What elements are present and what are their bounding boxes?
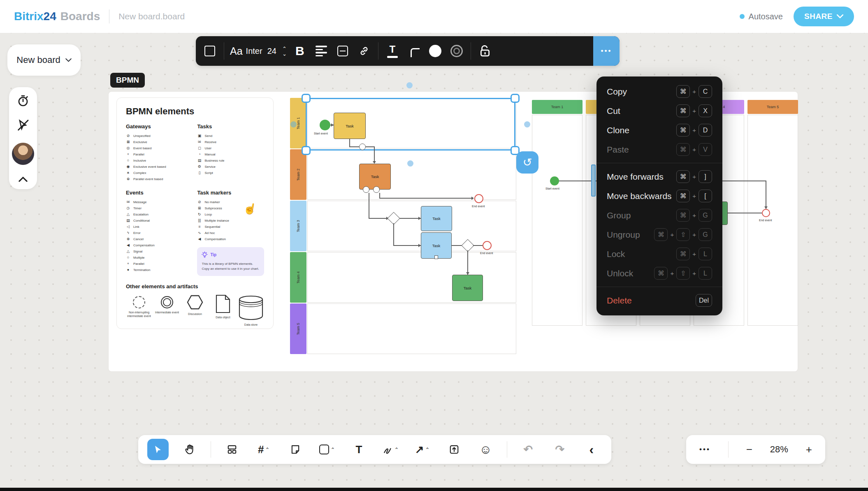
- bpmn-item-multiple-instance[interactable]: |||Multiple instance: [197, 218, 264, 224]
- connector-tool-button[interactable]: ↗ ⌃: [412, 439, 433, 460]
- bpmn-item-conditional[interactable]: ▤Conditional: [126, 218, 189, 224]
- text-align-button[interactable]: [311, 36, 332, 66]
- bpmn-item-data-object[interactable]: Data object: [210, 294, 236, 319]
- gateway-node[interactable]: [387, 212, 400, 225]
- marker-circle[interactable]: [359, 144, 366, 150]
- bpmn-item-parallel[interactable]: +Parallel: [126, 261, 189, 267]
- bpmn-item-inclusive[interactable]: ○Inclusive: [126, 157, 189, 164]
- bitrix24-logo[interactable]: Bitrix24 Boards: [14, 10, 100, 23]
- font-size-stepper[interactable]: 24 ⌃⌃: [265, 36, 289, 66]
- bpmn-item-timer[interactable]: ◷Timer: [126, 205, 189, 211]
- bpmn-item-exclusive[interactable]: ⊠Exclusive: [126, 139, 189, 145]
- bpmn-item-compensation[interactable]: ◀Compensation: [197, 236, 264, 242]
- bpmn-item-receive[interactable]: ✉Receive: [197, 139, 264, 145]
- shape-tool-button[interactable]: ⌃: [316, 439, 338, 460]
- font-family-select[interactable]: Aa Inter: [227, 36, 265, 66]
- bpmn-item-intermediate-event[interactable]: Intermediate event: [154, 294, 180, 314]
- text-position-button[interactable]: [332, 36, 353, 66]
- redo-button[interactable]: ↷: [549, 439, 571, 460]
- selection-handle-sw[interactable]: [302, 146, 311, 155]
- bpmn-item-service[interactable]: ⚙Service: [197, 164, 264, 170]
- follow-cursor-off-button[interactable]: [16, 118, 30, 132]
- selected-element-partial[interactable]: [591, 164, 596, 197]
- templates-tool-button[interactable]: [221, 439, 243, 460]
- select-tool-button[interactable]: [147, 439, 169, 460]
- bpmn-item-business-rule[interactable]: ▤Business rule: [197, 157, 264, 164]
- selection-handle-ne[interactable]: [511, 94, 520, 103]
- bpmn-item-escalation[interactable]: △Escalation: [126, 211, 189, 218]
- more-options-button[interactable]: •••: [593, 36, 620, 66]
- timer-button[interactable]: [17, 95, 29, 107]
- corner-radius-button[interactable]: [403, 36, 425, 66]
- zoom-out-button[interactable]: −: [745, 443, 754, 456]
- marker-circle[interactable]: [373, 186, 380, 193]
- menu-item-cut[interactable]: Cut⌘+X: [596, 101, 722, 120]
- bpmn-item-message[interactable]: ✉Message: [126, 199, 189, 205]
- frame-tool-button[interactable]: # ⌃: [253, 439, 274, 460]
- shape-style-button[interactable]: [199, 36, 220, 66]
- marker-circle[interactable]: [363, 186, 369, 193]
- bpmn-item-user[interactable]: ◻User: [197, 145, 264, 151]
- text-color-button[interactable]: T: [382, 36, 403, 66]
- gateway-node[interactable]: [461, 239, 474, 252]
- bpmn-item-ad-hoc[interactable]: ∿Ad hoc: [197, 230, 264, 236]
- bpmn-item-data-store[interactable]: Data store: [238, 294, 264, 327]
- end-event-node[interactable]: [483, 241, 492, 250]
- zoom-in-button[interactable]: +: [804, 443, 814, 456]
- bpmn-item-event-based[interactable]: ◎Event based: [126, 145, 189, 151]
- sticky-note-tool-button[interactable]: [285, 439, 306, 460]
- task-node-blue-1[interactable]: Task: [421, 206, 452, 231]
- bpmn-item-discussion[interactable]: Discussion: [182, 294, 208, 316]
- bpmn-item-manual[interactable]: ◔Manual: [197, 151, 264, 157]
- stroke-color-button[interactable]: [446, 36, 467, 66]
- bpmn-item-parallel[interactable]: +Parallel: [126, 151, 189, 157]
- reset-rotation-button[interactable]: ↺: [516, 151, 538, 174]
- marker-square[interactable]: [434, 255, 438, 259]
- bpmn-item-cancel[interactable]: ⊗Cancel: [126, 236, 189, 242]
- board-switcher-button[interactable]: New board: [7, 44, 81, 76]
- bpmn-item-link[interactable]: ◁Link: [126, 224, 189, 230]
- share-button[interactable]: SHARE: [794, 7, 854, 26]
- bpmn-item-termination[interactable]: ●Termination: [126, 267, 189, 273]
- bpmn-item-send[interactable]: ▣Send: [197, 133, 264, 139]
- pan-tool-button[interactable]: [179, 439, 200, 460]
- bpmn-item-script[interactable]: ▯Script: [197, 170, 264, 176]
- upload-tool-button[interactable]: [443, 439, 465, 460]
- collapse-rail-button[interactable]: [19, 176, 28, 182]
- task-node-blue-2[interactable]: Task: [421, 232, 452, 259]
- menu-item-move-backwards[interactable]: Move backwards⌘+[: [596, 186, 722, 206]
- start-event-node[interactable]: [320, 120, 330, 130]
- menu-item-copy[interactable]: Copy⌘+C: [596, 82, 722, 101]
- start-event-node[interactable]: [550, 176, 559, 185]
- bpmn-item-exclusive-event-based[interactable]: ◉Exclusive event based: [126, 164, 189, 170]
- menu-item-delete[interactable]: DeleteDel: [596, 291, 722, 310]
- end-event-node[interactable]: [474, 194, 483, 203]
- task-node-orange[interactable]: Task: [359, 164, 391, 190]
- menu-item-clone[interactable]: Clone⌘+D: [596, 120, 722, 140]
- task-node-green[interactable]: Task: [452, 275, 483, 301]
- document-title[interactable]: New board.board: [118, 12, 185, 21]
- task-node-yellow[interactable]: Task: [334, 113, 366, 139]
- bpmn-item-non-interrupting-intermediate-event[interactable]: Non-interrupting intermediate event: [126, 294, 152, 318]
- frame-title-tag[interactable]: BPMN: [110, 73, 145, 88]
- bold-button[interactable]: B: [289, 36, 311, 66]
- collapse-toolbar-button[interactable]: ‹: [581, 439, 602, 460]
- bpmn-item-parallel-event-based[interactable]: ⊕Parallel event based: [126, 176, 189, 182]
- bpmn-item-sequential[interactable]: ≡Sequential: [197, 224, 264, 230]
- fill-color-button[interactable]: [425, 36, 446, 66]
- bpmn-item-multiple[interactable]: ○Multiple: [126, 255, 189, 261]
- link-button[interactable]: [353, 36, 375, 66]
- text-tool-button[interactable]: T: [348, 439, 369, 460]
- undo-button[interactable]: ↶: [518, 439, 539, 460]
- pen-tool-button[interactable]: ⌃: [380, 439, 402, 460]
- menu-item-move-forwards[interactable]: Move forwards⌘+]: [596, 167, 722, 186]
- bpmn-item-complex[interactable]: ∗Complex: [126, 170, 189, 176]
- bpmn-item-compensation[interactable]: ◀Compensation: [126, 242, 189, 248]
- lock-button[interactable]: [474, 36, 496, 66]
- zoom-level-value[interactable]: 28%: [770, 444, 788, 455]
- selection-handle-nw[interactable]: [302, 94, 311, 103]
- canvas-more-button[interactable]: •••: [698, 445, 712, 454]
- bpmn-item-error[interactable]: ϟError: [126, 230, 189, 236]
- end-event-node[interactable]: [762, 209, 770, 217]
- bpmn-item-signal[interactable]: △Signal: [126, 248, 189, 255]
